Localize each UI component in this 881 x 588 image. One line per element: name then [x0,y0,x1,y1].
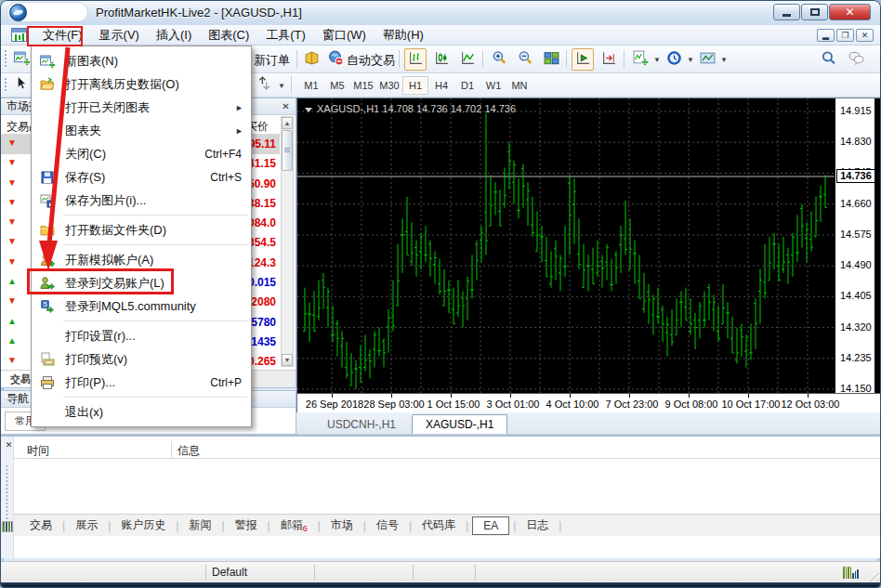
tab-separator: | [409,519,412,532]
timeframe-m1[interactable]: M1 [298,76,324,95]
candlestick-button[interactable] [430,48,453,71]
toolbar-grip[interactable] [4,77,7,93]
file-menu-item-15[interactable]: 打印预览(v) [32,347,251,371]
symbols-button[interactable] [254,75,274,95]
column-message[interactable]: 信息 [178,443,200,459]
cursor-button[interactable] [10,75,31,95]
mdi-minimize-button[interactable]: ▂ [817,29,835,42]
terminal-tab-8[interactable]: 代码库 [414,516,464,535]
file-menu-item-16[interactable]: 打印(P)...Ctrl+P [32,371,251,394]
scroll-down-icon[interactable]: ▼ [282,354,293,366]
file-menu-item-10[interactable]: 开新模拟帐户(A) [32,248,251,271]
bar-chart-button[interactable] [404,48,427,71]
time-axis[interactable]: 26 Sep 201828 Sep 03:001 Oct 15:003 Oct … [297,393,881,413]
file-menu-item-3[interactable]: 图表夹► [32,119,251,142]
file-menu-item-2[interactable]: 打开已关闭图表► [32,96,251,119]
terminal-close-icon[interactable]: ✕ [4,439,14,450]
file-menu-item-5[interactable]: 保存(S)Ctrl+S [32,165,251,189]
file-menu-item-11[interactable]: 登录到交易账户(L) [32,271,251,294]
chart-canvas[interactable]: XAGUSD-,H1 14.708 14.736 14.702 14.736 [297,98,835,393]
templates-button[interactable] [696,48,718,71]
chat-button[interactable] [845,48,867,71]
menubar-item-3[interactable]: 图表(C) [200,25,257,46]
chart-window-icon[interactable] [11,28,27,42]
time-label: 12 Oct 03:00 [782,399,840,410]
auto-scroll-button[interactable] [572,48,594,71]
file-menu-item-6[interactable]: 保存为图片(i)... [32,189,251,212]
timeframe-m15[interactable]: M15 [350,76,376,95]
menu-separator [63,397,247,398]
resize-grip[interactable] [866,568,879,581]
scrollbar-thumb[interactable] [282,130,293,171]
price-axis[interactable]: 14.91514.83014.74514.66014.57514.49014.4… [835,98,875,393]
file-menu-item-1[interactable]: 打开离线历史数据(O) [32,72,251,96]
timeframe-d1[interactable]: D1 [454,76,480,95]
periods-dropdown[interactable]: ▼ [687,56,694,64]
timeframe-w1[interactable]: W1 [480,76,506,95]
title-bar[interactable]: ProfitMarketHK-Live2 - [XAGUSD-,H1] ✕ [1,1,880,25]
mdi-restore-button[interactable]: ❐ [836,29,854,42]
timeframe-m30[interactable]: M30 [376,76,402,95]
scroll-up-icon[interactable]: ▲ [282,117,293,129]
file-menu-item-8[interactable]: 打开数据文件夹(D) [32,218,251,242]
indicators-button[interactable] [629,48,651,71]
terminal-tab-1[interactable]: 展示 [67,516,106,535]
toolbar-grip[interactable] [4,49,7,69]
menubar-item-0[interactable]: 文件(F) [34,25,91,46]
time-tick [748,394,749,398]
chart-tab-xagusd[interactable]: XAGUSD-,H1 [412,414,507,434]
file-menu-item-18[interactable]: 退出(x) [32,400,251,424]
new-chart-button[interactable] [10,48,33,71]
market-watch-close-icon[interactable]: ✕ [280,100,292,112]
timeframe-h1[interactable]: H1 [402,76,428,95]
close-button[interactable]: ✕ [829,4,871,20]
menubar-item-6[interactable]: 帮助(H) [375,25,432,46]
minimize-button[interactable] [773,4,800,20]
indicators-dropdown[interactable]: ▼ [653,56,661,64]
terminal-tab-5[interactable]: 邮箱6 [272,516,316,535]
price-chart[interactable]: XAGUSD-,H1 14.708 14.736 14.702 14.736 [297,98,835,393]
time-label: 28 Sep 03:00 [363,399,424,410]
terminal-tab-9[interactable]: EA [472,516,509,535]
new-order-button[interactable]: 新订单 [254,52,290,69]
market-watch-scrollbar[interactable]: ▲ ▼ [281,116,294,367]
file-menu-item-4[interactable]: 关闭(C)Ctrl+F4 [32,142,251,165]
terminal-tab-6[interactable]: 市场 [322,516,362,535]
history-center-icon[interactable] [300,48,322,71]
terminal-tab-3[interactable]: 新闻 [180,516,219,535]
terminal-tab-10[interactable]: 日志 [518,516,557,535]
symbols-dropdown[interactable]: ▼ [278,82,285,90]
file-menu-item-0[interactable]: 新图表(N) [32,49,251,72]
search-button[interactable] [817,48,839,71]
timeframe-h4[interactable]: H4 [428,76,454,95]
terminal-tab-2[interactable]: 账户历史 [112,516,174,535]
tile-windows-button[interactable] [540,48,562,71]
menubar-item-1[interactable]: 显示(V) [91,25,148,46]
maximize-button[interactable] [801,4,828,20]
column-time[interactable]: 时间 [27,443,49,459]
periods-button[interactable] [663,48,685,71]
timeframe-m5[interactable]: M5 [324,76,350,95]
terminal-tab-7[interactable]: 信号 [368,516,407,535]
menu-bar: 文件(F)显示(V)插入(I)图表(C)工具(T)窗口(W)帮助(H) ▂ ❐ … [1,25,880,46]
timeframe-mn[interactable]: MN [506,76,533,95]
auto-trading-icon[interactable] [324,48,347,71]
file-menu-item-12[interactable]: 5登录到MQL5.community [32,294,251,318]
terminal-tab-0[interactable]: 交易 [21,516,60,535]
chart-tab-usdcnh[interactable]: USDCNH-,H1 [313,414,410,434]
zoom-out-button[interactable] [514,48,536,71]
zoom-in-button[interactable] [488,48,510,71]
terminal-tab-4[interactable]: 警报 [227,516,266,535]
menubar-item-5[interactable]: 窗口(W) [314,25,375,46]
profile-name[interactable]: Default [212,566,247,579]
chart-shift-button[interactable] [598,48,620,71]
column-divider[interactable] [171,441,172,458]
menubar-item-2[interactable]: 插入(I) [148,25,200,46]
auto-trading-button[interactable]: 自动交易 [347,52,395,69]
file-menu-item-14[interactable]: 打印设置(r)... [32,324,251,347]
templates-dropdown[interactable]: ▼ [720,56,728,64]
menubar-item-4[interactable]: 工具(T) [257,25,314,46]
terminal-grip[interactable] [1,437,14,558]
mdi-close-button[interactable]: ✕ [856,29,874,42]
line-chart-button[interactable] [456,48,479,71]
